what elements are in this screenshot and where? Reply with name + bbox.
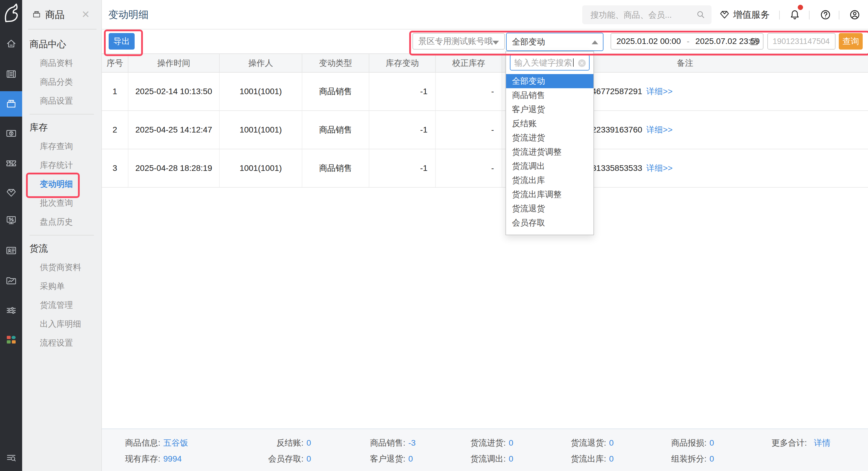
order-number-field[interactable]: [767, 33, 836, 50]
dropdown-search[interactable]: [510, 55, 590, 70]
detail-link[interactable]: 详细>>: [646, 87, 673, 96]
divider: [30, 114, 94, 115]
table-row: 3 2025-04-28 18:28:19 1001(1001) 商品销售 -1…: [102, 149, 868, 188]
cell-stock-change: -1: [369, 111, 436, 149]
rail-home-icon[interactable]: [0, 31, 22, 56]
search-icon: [695, 9, 706, 20]
summary-label: 会员存取:: [253, 453, 304, 465]
sidebar-item-stock-stats[interactable]: 库存统计: [22, 156, 101, 175]
cell-time: 2025-02-14 10:13:50: [128, 72, 220, 111]
dropdown-option-all[interactable]: 全部变动: [506, 74, 593, 88]
date-separator: -: [687, 37, 689, 46]
sidebar-item-product-category[interactable]: 商品分类: [22, 72, 101, 92]
dropdown-option-customer-return[interactable]: 客户退货: [506, 102, 593, 117]
sidebar-item-logistics-manage[interactable]: 货流管理: [22, 296, 101, 315]
notifications-bell-icon[interactable]: [788, 9, 801, 21]
rail-settings-sliders-icon[interactable]: [0, 298, 22, 323]
dropdown-option-outbound-adjust[interactable]: 货流出库调整: [506, 187, 593, 201]
sidebar-item-stocktake-history[interactable]: 盘点历史: [22, 213, 101, 231]
rail-cash-icon[interactable]: [0, 121, 22, 146]
remark-text: 31335853533: [592, 163, 642, 172]
value-added-services[interactable]: 增值服务: [719, 0, 770, 30]
cell-stock-change: -1: [369, 149, 436, 187]
dropdown-option-logistics-return[interactable]: 货流退货: [506, 201, 593, 216]
rail-screen-percent-icon[interactable]: [0, 208, 22, 232]
rail-app-grid-icon[interactable]: [0, 327, 22, 352]
detail-link[interactable]: 详细>>: [646, 125, 673, 134]
summary-label: 客户退货:: [355, 453, 405, 465]
section-title-logistics: 货流: [22, 239, 101, 258]
cell-time: 2025-04-28 18:28:19: [128, 149, 220, 187]
table-row: 2 2025-04-25 14:12:47 1001(1001) 商品销售 -1…: [102, 111, 868, 149]
secondary-sidebar: 商品 × 商品中心 商品资料 商品分类 商品设置 库存 库存查询 库存统计 变动…: [22, 0, 102, 471]
module-tab[interactable]: 商品 ×: [22, 0, 101, 30]
rail-staff-card-icon[interactable]: [0, 238, 22, 263]
rail-gem-icon[interactable]: [0, 180, 22, 205]
close-icon[interactable]: ×: [82, 0, 89, 28]
col-header-stock-change: 库存变动: [369, 54, 436, 72]
sidebar-item-batch-query[interactable]: 批次查询: [22, 194, 101, 213]
sidebar-item-inout-detail[interactable]: 出入库明细: [22, 315, 101, 334]
section-title-product-center: 商品中心: [22, 35, 101, 54]
account-select-value: 景区专用测试账号哦: [418, 36, 493, 47]
cell-no: 2: [102, 111, 128, 149]
more-totals-detail-link[interactable]: 详情: [814, 437, 831, 448]
summary-label: 反结账:: [253, 437, 304, 448]
pospal-logo-icon[interactable]: [0, 2, 22, 27]
summary-label: 货流出库:: [556, 453, 606, 465]
summary-value-product[interactable]: 五谷饭: [163, 437, 188, 448]
summary-label: 商品销售:: [355, 437, 405, 448]
sidebar-item-purchase-order[interactable]: 采购单: [22, 277, 101, 296]
help-icon[interactable]: [819, 9, 831, 21]
sidebar-item-supplier-info[interactable]: 供货商资料: [22, 258, 101, 277]
content-area: 导出 景区专用测试账号哦 全部变动 2025.01.02 00:00 - 202…: [102, 30, 868, 471]
remark-text: 22339163760: [592, 125, 642, 134]
account-select[interactable]: 景区专用测试账号哦: [412, 33, 505, 50]
rail-membership-card-icon[interactable]: [0, 62, 22, 87]
rail-coupon-icon[interactable]: [0, 151, 22, 176]
value-added-services-label: 增值服务: [733, 8, 770, 21]
global-search[interactable]: [582, 5, 712, 24]
dropdown-option-inbound[interactable]: 货流进货: [506, 131, 593, 145]
summary-label: 商品报损:: [656, 437, 707, 448]
sidebar-item-change-detail[interactable]: 变动明细: [22, 175, 101, 194]
export-button[interactable]: 导出: [108, 33, 135, 50]
calendar-icon: [749, 37, 759, 46]
dropdown-option-member-deposit[interactable]: 会员存取: [506, 216, 593, 230]
summary-label: 货流退货:: [556, 437, 606, 448]
account-avatar-icon[interactable]: [849, 9, 861, 21]
global-search-input[interactable]: [590, 5, 688, 25]
date-range-picker[interactable]: 2025.01.02 00:00 - 2025.07.02 23:59: [611, 33, 764, 50]
col-header-corrected: 校正库存: [436, 54, 502, 72]
query-button[interactable]: 查询: [839, 33, 863, 50]
summary-footer: 商品信息:五谷饭 现有库存:9994 反结账:0 会员存取:0 商品销售:-3 …: [102, 429, 868, 471]
dropdown-option-inbound-adjust[interactable]: 货流进货调整: [506, 145, 593, 159]
top-header: 变动明细 增值服务: [102, 0, 868, 30]
change-type-select[interactable]: 全部变动: [506, 33, 603, 51]
dropdown-option-reverse-settle[interactable]: 反结账: [506, 117, 593, 131]
sidebar-item-stock-query[interactable]: 库存查询: [22, 137, 101, 156]
rail-report-folder-icon[interactable]: [0, 268, 22, 293]
cell-operator: 1001(1001): [220, 149, 302, 187]
text-caret: [573, 58, 574, 67]
dropdown-option-transfer-out[interactable]: 货流调出: [506, 159, 593, 173]
rail-product-box-icon[interactable]: [0, 91, 22, 117]
section-title-inventory: 库存: [22, 118, 101, 137]
sidebar-item-product-settings[interactable]: 商品设置: [22, 92, 101, 111]
app-rail: [0, 0, 22, 471]
sidebar-item-process-settings[interactable]: 流程设置: [22, 334, 101, 352]
cell-operator: 1001(1001): [220, 72, 302, 111]
order-number-input[interactable]: [768, 33, 835, 49]
dropdown-search-input[interactable]: [510, 55, 574, 70]
summary-value: 0: [306, 438, 311, 448]
sidebar-item-product-info[interactable]: 商品资料: [22, 54, 101, 72]
dropdown-option-sale[interactable]: 商品销售: [506, 88, 593, 102]
rail-menu-search-icon[interactable]: [0, 445, 22, 470]
divider: [779, 11, 780, 20]
summary-label: 现有库存:: [116, 453, 160, 465]
dropdown-option-outbound[interactable]: 货流出库: [506, 173, 593, 187]
chevron-up-icon: [592, 40, 598, 44]
clear-icon[interactable]: [578, 59, 586, 67]
detail-link[interactable]: 详细>>: [646, 163, 673, 172]
summary-value-current-stock: 9994: [163, 454, 182, 464]
